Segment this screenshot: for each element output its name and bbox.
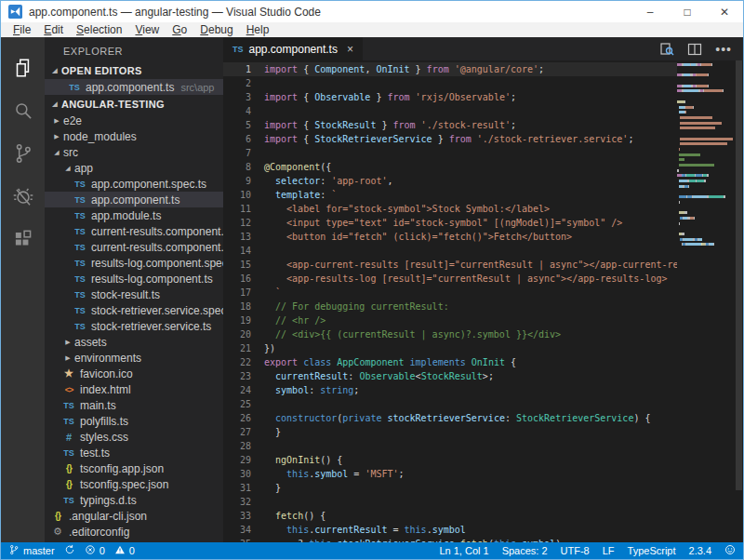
open-editor-item[interactable]: TSapp.component.tssrc\app xyxy=(45,79,223,95)
code-line-31[interactable]: 31 } xyxy=(223,481,677,495)
tree-folder-node-modules[interactable]: ▶node_modules xyxy=(45,128,223,144)
tree-file--editorconfig[interactable]: ⚙.editorconfig xyxy=(45,524,223,540)
menu-edit[interactable]: Edit xyxy=(37,23,70,36)
menu-selection[interactable]: Selection xyxy=(70,23,128,36)
code-line-2[interactable]: 2 xyxy=(223,76,677,90)
code-line-8[interactable]: 8@Component({ xyxy=(223,160,677,174)
code-line-33[interactable]: 33 fetch() { xyxy=(223,509,677,523)
status-typescript[interactable]: TypeScript xyxy=(628,545,676,556)
code-line-10[interactable]: 10 template: ` xyxy=(223,188,677,202)
tree-file-app-component-ts[interactable]: TSapp.component.ts xyxy=(45,192,223,207)
menu-debug[interactable]: Debug xyxy=(193,23,239,36)
editor-scrollbar[interactable] xyxy=(735,60,743,542)
menu-file[interactable]: File xyxy=(7,23,37,36)
tree-file-main-ts[interactable]: TSmain.ts xyxy=(45,397,223,413)
code-line-5[interactable]: 5import { StockResult } from './stock-re… xyxy=(223,118,677,132)
tree-file-tsconfig-spec-json[interactable]: {}tsconfig.spec.json xyxy=(45,476,223,492)
explorer-icon[interactable] xyxy=(1,47,45,89)
extensions-icon[interactable] xyxy=(1,218,45,260)
code-line-3[interactable]: 3import { Observable } from 'rxjs/Observ… xyxy=(223,90,677,104)
status-utf-8[interactable]: UTF-8 xyxy=(561,545,590,556)
code-line-4[interactable]: 4 xyxy=(223,104,677,118)
tree-folder-src[interactable]: ◢src xyxy=(45,144,223,160)
code-line-1[interactable]: 1import { Component, OnInit } from '@ang… xyxy=(223,62,677,76)
code-line-7[interactable]: 7 xyxy=(223,146,677,160)
code-line-25[interactable]: 25 xyxy=(223,397,677,411)
tree-file-typings-d-ts[interactable]: TStypings.d.ts xyxy=(45,492,223,508)
status-2-3-4[interactable]: 2.3.4 xyxy=(689,545,711,556)
tree-folder-environments[interactable]: ▶environments xyxy=(45,350,223,366)
tree-file-app-component-spec-ts[interactable]: TSapp.component.spec.ts xyxy=(45,176,223,192)
open-preview-icon[interactable] xyxy=(659,42,674,57)
code-line-34[interactable]: 34 this.currentResult = this.symbol xyxy=(223,523,677,537)
tree-file-results-log-component-ts[interactable]: TSresults-log.component.ts xyxy=(45,271,223,287)
menu-go[interactable]: Go xyxy=(166,23,193,36)
tree-file-test-ts[interactable]: TStest.ts xyxy=(45,445,223,460)
code-line-16[interactable]: 16 <app-results-log [result]="currentRes… xyxy=(223,272,677,286)
status-0[interactable]: 0 xyxy=(114,544,135,557)
tree-file-current-results-component-spec-ts[interactable]: TScurrent-results.component.spec.ts xyxy=(45,223,223,239)
source-control-icon[interactable] xyxy=(1,132,45,175)
tab-app-component-ts[interactable]: TS app.component.ts × xyxy=(223,37,363,60)
code-line-9[interactable]: 9 selector: 'app-root', xyxy=(223,174,677,188)
status-master[interactable]: master xyxy=(8,544,55,557)
status-0[interactable]: 0 xyxy=(85,544,105,557)
code-line-23[interactable]: 23 currentResult: Observable<StockResult… xyxy=(223,369,677,383)
tree-file-styles-css[interactable]: #styles.css xyxy=(45,429,223,445)
more-actions-icon[interactable]: ••• xyxy=(715,45,732,54)
split-editor-icon[interactable] xyxy=(687,42,702,57)
tree-file-tsconfig-app-json[interactable]: {}tsconfig.app.json xyxy=(45,460,223,476)
maximize-button[interactable]: □ xyxy=(669,1,706,22)
status-lf[interactable]: LF xyxy=(603,545,615,556)
code-line-32[interactable]: 32 xyxy=(223,495,677,509)
tree-file-results-log-component-spec-ts[interactable]: TSresults-log.component.spec.ts xyxy=(45,255,223,271)
code-line-27[interactable]: 27 } xyxy=(223,425,677,439)
code-line-30[interactable]: 30 this.symbol = 'MSFT'; xyxy=(223,467,677,481)
tree-file-favicon-ico[interactable]: ★favicon.ico xyxy=(45,366,223,381)
code-line-11[interactable]: 11 <label for="stock-symbol">Stock Symbo… xyxy=(223,202,677,216)
menu-view[interactable]: View xyxy=(128,23,166,36)
code-line-22[interactable]: 22export class AppComponent implements O… xyxy=(223,355,677,369)
open-editors-header[interactable]: ◢ OPEN EDITORS xyxy=(45,61,223,79)
code-line-13[interactable]: 13 <button id="fetch" (click)="fetch()">… xyxy=(223,230,677,244)
code-line-20[interactable]: 20 // <div>{{ (currentResult | async)?.s… xyxy=(223,327,677,341)
code-line-24[interactable]: 24 symbol: string; xyxy=(223,383,677,397)
tree-file-current-results-component-ts[interactable]: TScurrent-results.component.ts xyxy=(45,239,223,255)
code-line-18[interactable]: 18 // For debugging currentResult: xyxy=(223,300,677,313)
code-line-35[interactable]: 35 ? this.stockRetrieverService.fetch(th… xyxy=(223,537,677,542)
menu-help[interactable]: Help xyxy=(240,23,276,36)
tree-file-app-module-ts[interactable]: TSapp.module.ts xyxy=(45,207,223,223)
code-area[interactable]: 1import { Component, OnInit } from '@ang… xyxy=(223,60,677,542)
tree-folder-e2e[interactable]: ▶e2e xyxy=(45,113,223,128)
tree-folder-assets[interactable]: ▶assets xyxy=(45,334,223,350)
tree-folder-app[interactable]: ◢app xyxy=(45,160,223,176)
code-line-12[interactable]: 12 <input type="text" id="stock-symbol" … xyxy=(223,216,677,230)
status-spaces-2[interactable]: Spaces: 2 xyxy=(502,545,548,556)
tab-close-icon[interactable]: × xyxy=(347,43,353,56)
scrollbar-thumb[interactable] xyxy=(736,60,742,490)
tree-file--angular-cli-json[interactable]: {}.angular-cli.json xyxy=(45,508,223,524)
code-line-26[interactable]: 26 constructor(private stockRetrieverSer… xyxy=(223,411,677,425)
tree-file-index-html[interactable]: <>index.html xyxy=(45,381,223,397)
code-line-15[interactable]: 15 <app-current-results [result]="curren… xyxy=(223,258,677,272)
code-line-21[interactable]: 21}) xyxy=(223,341,677,355)
minimize-button[interactable]: – xyxy=(631,1,669,22)
tree-file-polyfills-ts[interactable]: TSpolyfills.ts xyxy=(45,413,223,429)
tree-file-stock-retriever-service-ts[interactable]: TSstock-retriever.service.ts xyxy=(45,318,223,334)
code-line-17[interactable]: 17 ` xyxy=(223,286,677,300)
code-line-29[interactable]: 29 ngOnInit() { xyxy=(223,453,677,467)
search-icon[interactable] xyxy=(1,89,45,132)
code-line-14[interactable]: 14 xyxy=(223,244,677,258)
debug-icon[interactable] xyxy=(1,175,45,218)
status-feedback[interactable] xyxy=(724,544,736,557)
tree-file-stock-result-ts[interactable]: TSstock-result.ts xyxy=(45,287,223,302)
code-line-28[interactable]: 28 xyxy=(223,439,677,453)
status-sync[interactable] xyxy=(64,544,75,557)
status-ln-1-col-1[interactable]: Ln 1, Col 1 xyxy=(439,545,488,556)
minimap[interactable] xyxy=(677,60,735,542)
tree-file-stock-retriever-service-spec-ts[interactable]: TSstock-retriever.service.spec.ts xyxy=(45,302,223,318)
project-section-header[interactable]: ◢ ANGULAR-TESTING xyxy=(45,95,223,113)
code-line-19[interactable]: 19 // <hr /> xyxy=(223,313,677,327)
code-line-6[interactable]: 6import { StockRetrieverService } from '… xyxy=(223,132,677,146)
close-button[interactable]: ✕ xyxy=(706,1,743,22)
